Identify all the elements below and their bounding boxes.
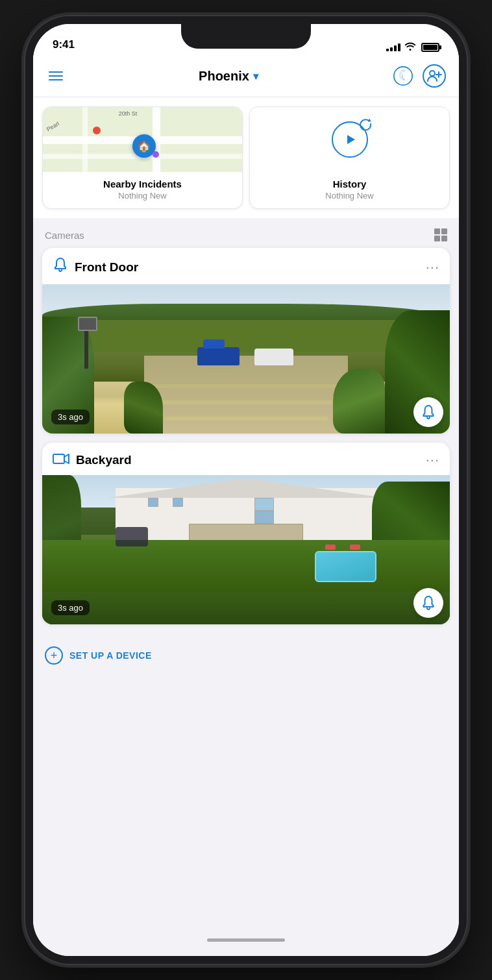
status-icons [386,42,439,53]
add-neighbor-button[interactable] [423,64,446,88]
app-header: Phoenix ▾ [33,56,459,97]
map-preview: Pearl 20th St 🏠 [43,107,242,172]
front-door-camera-name: Front Door [75,260,138,275]
signal-bars-icon [386,43,400,51]
hamburger-menu-button[interactable] [46,69,66,83]
front-door-camera-header: Front Door ··· [42,248,450,284]
history-subtitle: Nothing New [256,191,443,201]
setup-device-row[interactable]: + SET UP A DEVICE [33,633,459,684]
grid-cell-2 [441,228,447,234]
app-content: Phoenix ▾ [33,56,459,956]
city-selector[interactable]: Phoenix ▾ [199,69,258,84]
front-door-name-row: Front Door [53,257,138,278]
city-name: Phoenix [199,69,249,84]
map-label-20th: 20th St [119,110,138,117]
backyard-camera-feed[interactable]: 3s ago [42,475,450,624]
signal-bar-1 [386,49,389,51]
wifi-icon [404,42,416,53]
setup-device-label: SET UP A DEVICE [69,650,152,661]
incident-marker-purple [153,151,159,158]
grid-view-button[interactable] [434,228,447,241]
front-door-mode-button[interactable] [413,397,443,427]
signal-bar-4 [398,43,400,51]
front-door-camera-card[interactable]: Front Door ··· [42,248,450,434]
backyard-camera-header: Backyard ··· [42,443,450,475]
history-play-icon [332,121,368,158]
backyard-camera-name: Backyard [76,453,132,467]
info-cards-row: Pearl 20th St 🏠 Nearby Incidents Nothing… [33,97,459,218]
cameras-section-header: Cameras [33,218,459,248]
backyard-mode-button[interactable] [413,588,443,618]
chevron-down-icon: ▾ [253,70,258,82]
video-camera-icon [53,452,69,469]
history-card-bottom: History Nothing New [250,172,449,208]
status-time: 9:41 [53,38,75,53]
grid-cell-1 [434,228,440,234]
incident-marker-red [93,127,101,134]
backyard-camera-card[interactable]: Backyard ··· [42,443,450,624]
svg-point-2 [430,71,435,76]
setup-plus-icon: + [45,646,63,665]
signal-bar-3 [394,45,397,51]
svg-marker-5 [347,135,355,144]
nearby-incidents-subtitle: Nothing New [49,191,236,201]
header-right-actions [391,64,446,88]
signal-bar-2 [390,47,393,51]
backyard-timestamp: 3s ago [51,600,90,615]
front-door-timestamp: 3s ago [51,410,90,424]
svg-rect-6 [53,454,64,463]
history-card[interactable]: History Nothing New [249,106,450,209]
battery-icon [421,43,439,52]
history-card-top [250,107,449,172]
nearby-incidents-title: Nearby Incidents [49,178,236,190]
backyard-name-row: Backyard [53,452,132,469]
grid-cell-3 [434,236,440,241]
cameras-section-title: Cameras [45,230,84,241]
front-door-more-button[interactable]: ··· [426,259,439,276]
history-title: History [256,178,443,190]
bell-icon [53,257,68,278]
map-label-pearl: Pearl [45,120,60,132]
mode-toggle-button[interactable] [391,64,415,88]
front-door-camera-feed[interactable]: 3s ago [42,284,450,434]
nearby-incidents-card[interactable]: Pearl 20th St 🏠 Nearby Incidents Nothing… [42,106,243,209]
backyard-more-button[interactable]: ··· [426,452,439,469]
nearby-incidents-card-bottom: Nearby Incidents Nothing New [43,172,242,208]
home-indicator [207,938,285,942]
grid-cell-4 [441,236,447,241]
